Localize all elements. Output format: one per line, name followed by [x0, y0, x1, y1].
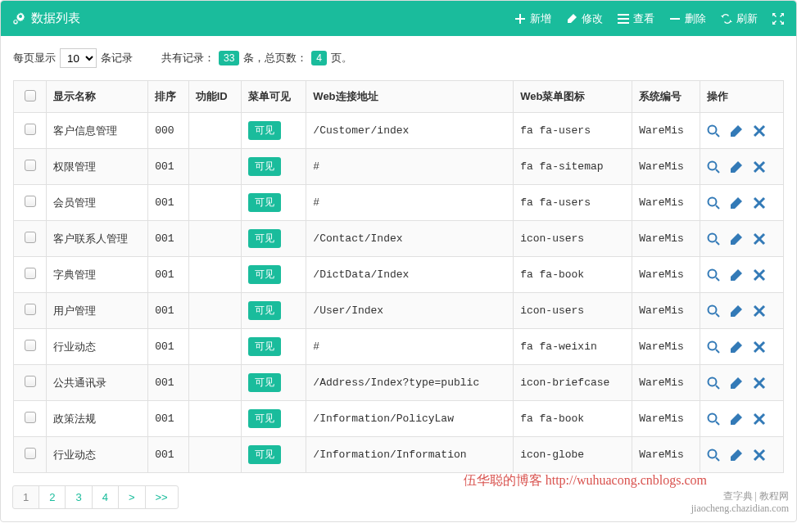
- cell-icon: fa fa-book: [514, 401, 632, 437]
- delete-action[interactable]: [753, 304, 766, 318]
- toolbar: 新增 修改 查看 删除 刷新: [514, 11, 784, 26]
- delete-button[interactable]: 删除: [669, 11, 706, 26]
- cell-visible: 可见: [242, 221, 306, 257]
- cell-ops: [700, 221, 783, 257]
- page-button-3[interactable]: 3: [65, 485, 92, 509]
- cell-icon: fa fa-users: [514, 113, 632, 149]
- view-action[interactable]: [707, 304, 720, 318]
- cell-icon: fa fa-book: [514, 257, 632, 293]
- edit-action[interactable]: [730, 376, 743, 390]
- delete-action[interactable]: [753, 196, 766, 210]
- cell-sys: WareMis: [632, 113, 700, 149]
- cell-sys: WareMis: [632, 221, 700, 257]
- svg-line-29: [716, 349, 719, 353]
- cell-visible: 可见: [242, 113, 306, 149]
- table-row: 行业动态001可见/Information/Informationicon-gl…: [14, 437, 784, 473]
- cell-url: /Customer/index: [306, 113, 514, 149]
- edit-action[interactable]: [730, 449, 743, 462]
- col-web-icon[interactable]: Web菜单图标: [514, 81, 632, 113]
- row-checkbox[interactable]: [25, 340, 36, 351]
- view-action[interactable]: [707, 268, 720, 282]
- visible-tag: 可见: [248, 373, 281, 392]
- cell-name: 政策法规: [47, 401, 148, 437]
- delete-action[interactable]: [753, 376, 766, 390]
- row-checkbox[interactable]: [25, 232, 36, 243]
- visible-tag: 可见: [248, 265, 281, 284]
- panel-title-text: 数据列表: [31, 11, 80, 26]
- cell-name: 行业动态: [47, 437, 148, 473]
- cell-sort: 001: [148, 257, 188, 293]
- delete-action[interactable]: [753, 449, 766, 462]
- row-checkbox[interactable]: [25, 160, 36, 171]
- delete-action[interactable]: [753, 232, 766, 246]
- delete-action[interactable]: [753, 413, 766, 426]
- view-action[interactable]: [707, 376, 720, 390]
- page-next[interactable]: >: [118, 485, 146, 509]
- page-button-4[interactable]: 4: [92, 485, 119, 509]
- view-action[interactable]: [707, 340, 720, 354]
- col-sys-no[interactable]: 系统编号: [632, 81, 700, 113]
- edit-action[interactable]: [730, 268, 743, 282]
- row-checkbox[interactable]: [25, 376, 36, 387]
- info-bar: 每页显示 10 条记录 共有记录： 33 条，总页数： 4 页。: [13, 48, 784, 68]
- delete-action[interactable]: [753, 340, 766, 354]
- cell-ops: [700, 257, 783, 293]
- cell-func-id: [188, 401, 241, 437]
- add-button[interactable]: 新增: [514, 11, 551, 26]
- cell-sort: 001: [148, 149, 188, 185]
- per-page-select[interactable]: 10: [60, 48, 97, 68]
- row-checkbox[interactable]: [25, 304, 36, 315]
- page-last[interactable]: >>: [145, 485, 179, 509]
- col-func-id[interactable]: 功能ID: [188, 81, 241, 113]
- col-name[interactable]: 显示名称: [47, 81, 148, 113]
- svg-line-25: [716, 313, 719, 317]
- edit-action[interactable]: [730, 232, 743, 246]
- panel-title: 数据列表: [13, 11, 80, 26]
- row-checkbox[interactable]: [25, 124, 36, 135]
- view-action[interactable]: [707, 413, 720, 426]
- refresh-button[interactable]: 刷新: [721, 11, 758, 26]
- watermark-line1: 查字典 | 教程网: [691, 490, 789, 502]
- fullscreen-button[interactable]: [772, 13, 784, 25]
- edit-action[interactable]: [730, 160, 743, 174]
- cell-sort: 000: [148, 113, 188, 149]
- view-action[interactable]: [707, 232, 720, 246]
- cell-sys: WareMis: [632, 329, 700, 365]
- delete-action[interactable]: [753, 124, 766, 138]
- view-action[interactable]: [707, 124, 720, 138]
- svg-point-16: [708, 233, 716, 241]
- page-button-2[interactable]: 2: [38, 485, 66, 509]
- cell-sys: WareMis: [632, 365, 700, 401]
- view-button[interactable]: 查看: [618, 11, 654, 26]
- row-checkbox[interactable]: [25, 268, 36, 279]
- cell-func-id: [188, 365, 241, 401]
- cell-icon: fa fa-users: [514, 185, 632, 221]
- delete-action[interactable]: [753, 160, 766, 174]
- row-checkbox[interactable]: [25, 196, 36, 207]
- cell-visible: 可见: [242, 365, 306, 401]
- edit-action[interactable]: [730, 304, 743, 318]
- svg-rect-1: [618, 18, 629, 20]
- row-checkbox[interactable]: [25, 448, 36, 459]
- col-sort[interactable]: 排序: [148, 81, 188, 113]
- cell-url: #: [306, 329, 514, 365]
- view-action[interactable]: [707, 196, 720, 210]
- edit-action[interactable]: [730, 124, 743, 138]
- edit-action[interactable]: [730, 196, 743, 210]
- cell-sort: 001: [148, 365, 188, 401]
- row-checkbox[interactable]: [25, 412, 36, 423]
- cell-ops: [700, 149, 783, 185]
- edit-button[interactable]: 修改: [566, 11, 603, 26]
- view-action[interactable]: [707, 160, 720, 174]
- view-action[interactable]: [707, 449, 720, 462]
- col-web-url[interactable]: Web连接地址: [306, 81, 514, 113]
- cell-sys: WareMis: [632, 185, 700, 221]
- select-all-checkbox[interactable]: [25, 90, 36, 101]
- col-menu-visible[interactable]: 菜单可见: [242, 81, 306, 113]
- cell-sort: 001: [148, 437, 188, 473]
- total-suffix: 页。: [331, 51, 352, 65]
- col-ops[interactable]: 操作: [700, 81, 783, 113]
- edit-action[interactable]: [730, 340, 743, 354]
- delete-action[interactable]: [753, 268, 766, 282]
- edit-action[interactable]: [730, 413, 743, 426]
